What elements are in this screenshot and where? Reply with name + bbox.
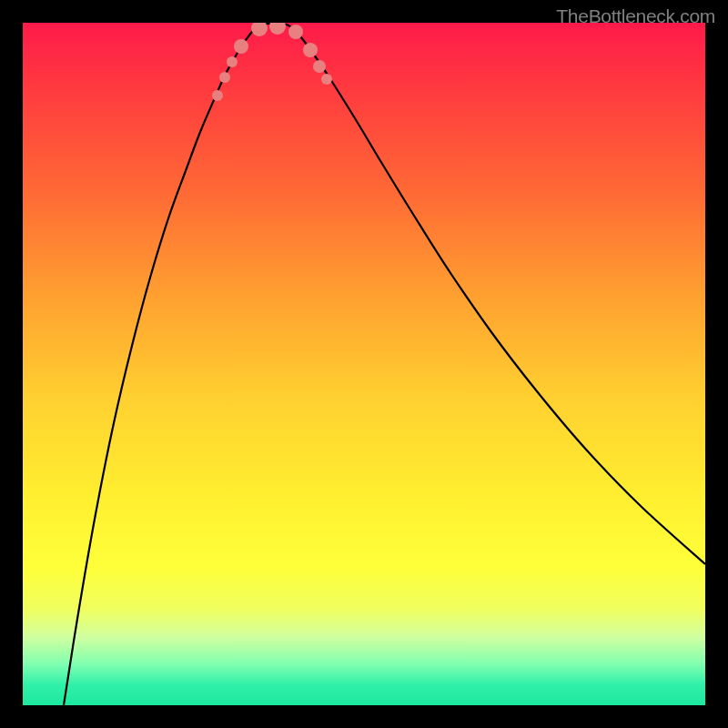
marker-dot <box>227 56 238 67</box>
marker-dot <box>313 60 326 73</box>
marker-dot <box>212 90 223 101</box>
marker-dot <box>219 72 230 83</box>
valley-markers <box>212 23 332 101</box>
marker-dot <box>269 23 286 35</box>
marker-dot <box>288 25 303 39</box>
watermark-text: TheBottleneck.com <box>556 5 715 27</box>
marker-dot <box>303 43 318 57</box>
left-curve <box>64 27 256 705</box>
marker-dot <box>234 39 248 54</box>
chart-svg <box>23 23 705 705</box>
curve-group <box>64 24 705 705</box>
marker-dot <box>321 74 332 85</box>
right-curve <box>291 27 705 564</box>
marker-dot <box>251 23 268 36</box>
